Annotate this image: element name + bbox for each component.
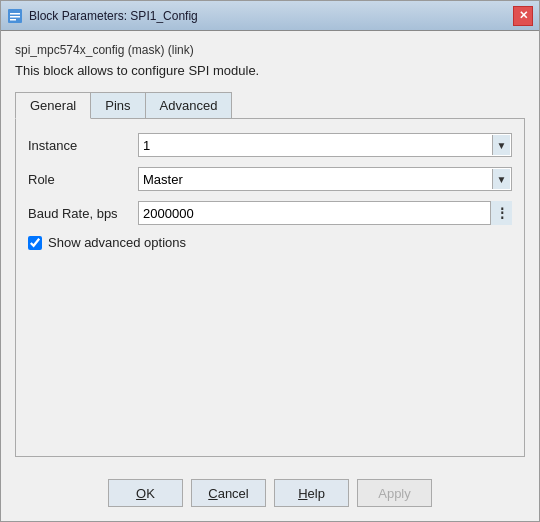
- tab-panel-general: Instance 1 2 3 4 ▼ Role: [15, 118, 525, 457]
- close-button[interactable]: ✕: [513, 6, 533, 26]
- role-row: Role Master Slave ▼: [28, 167, 512, 191]
- instance-select[interactable]: 1 2 3 4: [138, 133, 512, 157]
- instance-control: 1 2 3 4 ▼: [138, 133, 512, 157]
- baud-rate-input-wrapper: ⋮: [138, 201, 512, 225]
- tab-advanced[interactable]: Advanced: [145, 92, 233, 119]
- show-advanced-row: Show advanced options: [28, 235, 512, 250]
- content-area: spi_mpc574x_config (mask) (link) This bl…: [1, 31, 539, 469]
- button-bar: OK Cancel Help Apply: [1, 469, 539, 521]
- tab-pins[interactable]: Pins: [90, 92, 145, 119]
- svg-rect-1: [10, 13, 20, 15]
- title-bar-left: Block Parameters: SPI1_Config: [7, 8, 198, 24]
- baud-rate-label: Baud Rate, bps: [28, 206, 138, 221]
- baud-rate-side-button[interactable]: ⋮: [490, 201, 512, 225]
- svg-rect-2: [10, 16, 20, 18]
- show-advanced-label: Show advanced options: [48, 235, 186, 250]
- instance-select-wrapper: 1 2 3 4 ▼: [138, 133, 512, 157]
- role-select-wrapper: Master Slave ▼: [138, 167, 512, 191]
- main-window: Block Parameters: SPI1_Config ✕ spi_mpc5…: [0, 0, 540, 522]
- baud-rate-row: Baud Rate, bps ⋮: [28, 201, 512, 225]
- baud-rate-input[interactable]: [138, 201, 512, 225]
- apply-button[interactable]: Apply: [357, 479, 432, 507]
- role-label: Role: [28, 172, 138, 187]
- role-control: Master Slave ▼: [138, 167, 512, 191]
- window-title: Block Parameters: SPI1_Config: [29, 9, 198, 23]
- cancel-button[interactable]: Cancel: [191, 479, 266, 507]
- title-bar: Block Parameters: SPI1_Config ✕: [1, 1, 539, 31]
- empty-space: [28, 250, 512, 330]
- role-select[interactable]: Master Slave: [138, 167, 512, 191]
- instance-label: Instance: [28, 138, 138, 153]
- tab-container: General Pins Advanced: [15, 92, 525, 119]
- instance-row: Instance 1 2 3 4 ▼: [28, 133, 512, 157]
- window-icon: [7, 8, 23, 24]
- show-advanced-checkbox[interactable]: [28, 236, 42, 250]
- ok-button[interactable]: OK: [108, 479, 183, 507]
- baud-rate-control: ⋮: [138, 201, 512, 225]
- help-button[interactable]: Help: [274, 479, 349, 507]
- svg-rect-3: [10, 19, 16, 21]
- subtitle: spi_mpc574x_config (mask) (link): [15, 43, 525, 57]
- description: This block allows to configure SPI modul…: [15, 63, 525, 78]
- tab-general[interactable]: General: [15, 92, 91, 119]
